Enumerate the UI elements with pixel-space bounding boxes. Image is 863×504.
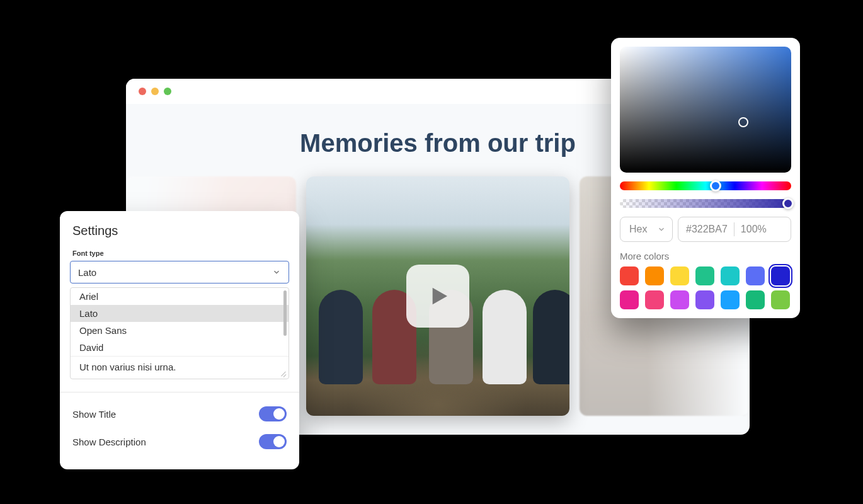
color-swatch[interactable] (695, 266, 714, 285)
color-format-value: Hex (629, 224, 647, 235)
color-swatch[interactable] (645, 266, 664, 285)
scrollbar[interactable] (283, 290, 287, 336)
color-swatch[interactable] (746, 290, 765, 309)
chevron-down-icon (272, 268, 281, 277)
color-swatch[interactable] (721, 266, 740, 285)
settings-panel: Settings Font type Lato Ariel Lato Open … (60, 211, 299, 469)
color-swatch[interactable] (746, 266, 765, 285)
opacity-slider[interactable] (620, 199, 791, 208)
play-icon (425, 284, 450, 309)
more-colors-label: More colors (620, 251, 791, 261)
hue-handle-icon[interactable] (710, 180, 721, 192)
font-type-dropdown: Ariel Lato Open Sans David Ut non varius… (70, 287, 289, 379)
font-type-select[interactable]: Lato (70, 261, 289, 284)
divider (60, 392, 299, 392)
slide-content (483, 290, 527, 384)
color-swatch[interactable] (670, 266, 689, 285)
color-picker-panel: Hex #322BA7 100% More colors (611, 38, 800, 318)
color-swatch[interactable] (645, 290, 664, 309)
color-swatch[interactable] (620, 266, 639, 285)
color-value-inputs: Hex #322BA7 100% (620, 217, 791, 242)
settings-title: Settings (70, 224, 289, 238)
font-option[interactable]: Lato (71, 305, 289, 322)
chevron-down-icon (657, 225, 666, 234)
font-type-label: Font type (70, 249, 289, 257)
textarea-value: Ut non varius nisi urna. (79, 362, 176, 372)
show-description-label: Show Description (72, 437, 146, 447)
maximize-window-icon[interactable] (164, 88, 171, 95)
color-swatch[interactable] (670, 290, 689, 309)
color-value-input[interactable]: #322BA7 100% (678, 217, 791, 242)
hue-slider[interactable] (620, 181, 791, 190)
font-option[interactable]: David (71, 339, 289, 356)
description-textarea[interactable]: Ut non varius nisi urna. (71, 356, 289, 379)
show-title-label: Show Title (72, 409, 116, 420)
close-window-icon[interactable] (139, 88, 146, 95)
color-swatch[interactable] (620, 290, 639, 309)
show-description-toggle[interactable] (259, 434, 287, 449)
color-swatch[interactable] (721, 290, 740, 309)
divider (734, 222, 734, 236)
saturation-value-area[interactable] (620, 47, 791, 173)
opacity-value: 100% (741, 224, 767, 235)
sv-handle-icon[interactable] (738, 117, 748, 127)
show-title-toggle[interactable] (259, 406, 287, 421)
font-type-selected-value: Lato (78, 267, 96, 278)
show-description-row: Show Description (70, 428, 289, 455)
swatch-grid (620, 266, 791, 309)
play-button[interactable] (406, 265, 469, 328)
hex-value: #322BA7 (686, 224, 728, 235)
color-swatch[interactable] (771, 266, 790, 285)
slide-content (533, 290, 570, 384)
slide-main[interactable] (306, 176, 570, 416)
opacity-handle-icon[interactable] (782, 198, 794, 209)
color-format-select[interactable]: Hex (620, 217, 673, 242)
color-swatch[interactable] (771, 290, 790, 309)
show-title-row: Show Title (70, 400, 289, 428)
resize-handle-icon[interactable] (280, 370, 286, 376)
font-option[interactable]: Open Sans (71, 322, 289, 339)
color-swatch[interactable] (695, 290, 714, 309)
minimize-window-icon[interactable] (151, 88, 159, 95)
slide-content (319, 290, 363, 384)
font-option[interactable]: Ariel (71, 288, 289, 305)
